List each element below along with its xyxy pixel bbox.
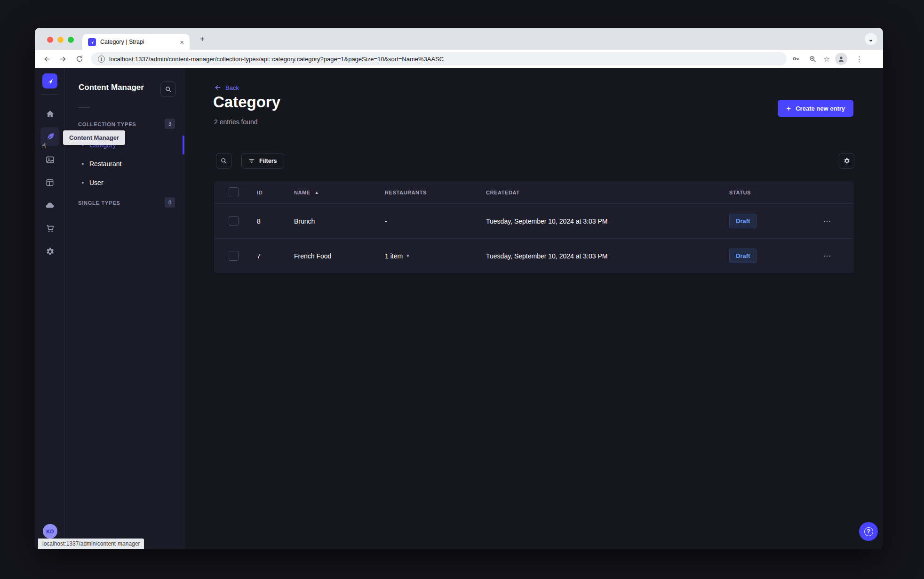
column-header-name[interactable]: NAME [294, 190, 311, 195]
entries-table: ID NAME ▲ RESTAURANTS CREATEDAT STATUS 8… [214, 181, 854, 273]
media-library-icon[interactable] [40, 150, 59, 169]
tab-search-chevron-icon[interactable]: ⌄ [865, 33, 877, 45]
filter-icon [248, 158, 255, 164]
cell-createdat: Tuesday, September 10, 2024 at 3:03 PM [486, 217, 729, 225]
status-badge: Draft [729, 214, 757, 228]
browser-menu-kebab-icon[interactable]: ⋮ [852, 55, 866, 64]
back-navigation-icon[interactable] [41, 53, 53, 64]
sidebar-item-label: Restaurant [89, 160, 121, 168]
cell-id: 8 [257, 217, 294, 225]
plus-icon: + [786, 105, 791, 113]
user-avatar[interactable]: KD [43, 524, 57, 539]
toolbar-actions: ☆ ⋮ [790, 53, 866, 65]
sidebar-item-label: User [89, 179, 104, 186]
table-row-brunch[interactable]: 8 Brunch - Tuesday, September 10, 2024 a… [214, 204, 854, 238]
filters-label: Filters [259, 158, 277, 164]
url-bar[interactable]: i localhost:1337/admin/content-manager/c… [91, 52, 787, 65]
row-checkbox[interactable] [229, 251, 239, 261]
browser-tab[interactable]: Category | Strapi × [82, 34, 190, 50]
cell-name: French Food [294, 252, 385, 260]
password-manager-key-icon[interactable] [790, 53, 802, 64]
page-info-icon[interactable]: i [98, 56, 105, 63]
sidebar-item-user[interactable]: User [65, 173, 184, 192]
desktop: { "browser": { "tab_title": "Category | … [0, 0, 924, 579]
cell-restaurants: 1 item [385, 252, 403, 260]
link-status-bubble: localhost:1337/admin/content-manager [38, 539, 144, 549]
column-header-createdat[interactable]: CREATEDAT [486, 190, 729, 195]
sidebar-item-restaurant[interactable]: Restaurant [65, 154, 184, 173]
single-types-label: SINGLE TYPES [78, 200, 120, 206]
browser-window: Category | Strapi × + ⌄ i localhost:1337… [35, 28, 883, 549]
collection-types-label: COLLECTION TYPES [78, 121, 136, 127]
zoom-window-button[interactable] [68, 37, 74, 43]
cell-restaurants: - [385, 217, 486, 225]
mouse-hand-cursor: ☝ [41, 141, 46, 150]
cell-id: 7 [257, 252, 294, 260]
nav-rail: ☝ KD [35, 68, 65, 549]
cell-name: Brunch [294, 217, 385, 225]
new-tab-button[interactable]: + [197, 33, 208, 45]
settings-gear-icon[interactable] [40, 242, 59, 261]
main-area: Back Category 2 entries found + Create n… [184, 68, 883, 549]
home-icon[interactable] [40, 105, 59, 123]
single-types-count-badge: 0 [165, 197, 175, 208]
browser-toolbar: i localhost:1337/admin/content-manager/c… [35, 50, 883, 68]
sort-ascending-icon[interactable]: ▲ [315, 190, 319, 195]
rail-divider [41, 94, 58, 95]
row-actions-dots-icon[interactable]: ⋯ [823, 251, 831, 260]
active-item-indicator [183, 136, 184, 154]
table-search-button[interactable] [216, 153, 231, 169]
bookmark-star-icon[interactable]: ☆ [823, 55, 830, 64]
question-mark-icon: ? [864, 527, 873, 536]
layouts-icon[interactable] [40, 173, 59, 192]
strapi-admin: ☝ KD Content Manager COLLECTION TYPES 3 … [35, 68, 883, 549]
entries-count: 2 entries found [214, 118, 258, 126]
zoom-magnifier-icon[interactable] [807, 53, 818, 64]
collection-types-count-badge: 3 [165, 119, 175, 129]
bullet-icon [82, 163, 84, 165]
help-button[interactable]: ? [859, 522, 878, 541]
create-new-entry-button[interactable]: + Create new entry [778, 100, 853, 117]
sidebar-search-button[interactable] [160, 81, 176, 97]
back-label: Back [225, 84, 239, 91]
minimize-window-button[interactable] [57, 37, 64, 43]
url-text[interactable]: localhost:1337/admin/content-manager/col… [109, 56, 444, 63]
cloud-icon[interactable] [40, 196, 59, 215]
purchases-cart-icon[interactable] [40, 219, 59, 238]
view-settings-cog-button[interactable] [839, 153, 854, 169]
sidebar-divider [78, 107, 90, 108]
row-checkbox[interactable] [229, 216, 239, 226]
page-title: Category [213, 93, 280, 111]
strapi-favicon-icon [88, 38, 96, 46]
row-actions-dots-icon[interactable]: ⋯ [823, 217, 831, 225]
table-header-row: ID NAME ▲ RESTAURANTS CREATEDAT STATUS [214, 181, 854, 204]
tab-title: Category | Strapi [100, 39, 175, 45]
select-all-checkbox[interactable] [229, 187, 239, 197]
column-header-status: STATUS [729, 190, 822, 195]
column-header-restaurants[interactable]: RESTAURANTS [385, 190, 486, 195]
close-window-button[interactable] [47, 37, 53, 43]
forward-navigation-icon[interactable] [57, 53, 68, 64]
bullet-icon [82, 182, 84, 184]
traffic-lights [47, 37, 74, 43]
sidebar-title: Content Manager [79, 83, 144, 92]
tab-strip: Category | Strapi × + ⌄ [35, 28, 883, 50]
expand-caret-icon[interactable]: ▾ [406, 253, 409, 259]
close-tab-icon[interactable]: × [180, 38, 184, 46]
cell-createdat: Tuesday, September 10, 2024 at 3:03 PM [486, 252, 729, 260]
reload-icon[interactable] [74, 53, 85, 64]
filters-button[interactable]: Filters [241, 153, 284, 169]
status-badge: Draft [729, 249, 757, 263]
column-header-id[interactable]: ID [257, 190, 294, 195]
table-row-french-food[interactable]: 7 French Food 1 item ▾ Tuesday, Septembe… [214, 239, 854, 273]
browser-profile-avatar[interactable] [835, 53, 847, 65]
content-manager-tooltip: Content Manager [63, 130, 125, 145]
create-new-entry-label: Create new entry [796, 105, 845, 112]
strapi-logo-icon[interactable] [42, 73, 57, 88]
back-link[interactable]: Back [214, 84, 239, 91]
